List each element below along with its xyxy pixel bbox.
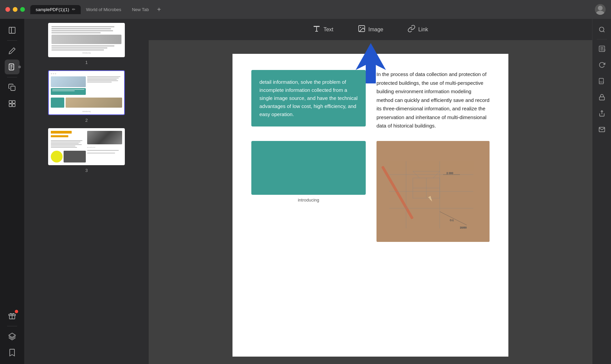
- tab-microbes[interactable]: World of Microbes: [81, 5, 127, 14]
- svg-rect-50: [599, 97, 604, 100]
- pdf-page: detail information, solve the problem of…: [232, 54, 508, 357]
- text-button[interactable]: Text: [306, 22, 340, 37]
- tab-pdf-label: samplePDF(1)(1): [36, 7, 69, 12]
- gift-badge: [15, 310, 18, 313]
- sidebar-item-book[interactable]: [5, 23, 20, 38]
- thumbnail-frame-2[interactable]: introducing: [48, 70, 125, 115]
- main-layout: introducing 1: [0, 19, 611, 364]
- edit-icon[interactable]: ✏: [72, 7, 75, 12]
- svg-rect-9: [11, 86, 15, 90]
- sidebar-item-pen[interactable]: [5, 43, 20, 58]
- page-top-section: detail information, solve the problem of…: [251, 70, 490, 130]
- thumb-subtitle: [51, 135, 68, 137]
- thumbnail-item-1: introducing 1: [48, 23, 125, 65]
- svg-text:20/30: 20/30: [460, 226, 467, 229]
- thumb-line: [51, 30, 113, 31]
- thumbnail-item-2: introducing 2: [48, 70, 125, 123]
- thumb-text-line: [87, 79, 117, 80]
- rt-lock-button[interactable]: [595, 90, 609, 104]
- thumb-circle: [51, 151, 63, 162]
- rt-refresh-button[interactable]: [595, 58, 609, 72]
- teal-bottom-box: [251, 141, 366, 195]
- rt-pdf-a-button[interactable]: PDF/A: [595, 74, 609, 88]
- thumb-line: [51, 147, 77, 148]
- svg-rect-10: [9, 101, 12, 103]
- svg-rect-11: [12, 101, 15, 103]
- thumb-line: [87, 153, 115, 153]
- maximize-button[interactable]: [20, 7, 25, 12]
- text-icon: [313, 25, 321, 34]
- svg-text:2 000: 2 000: [446, 172, 454, 175]
- thumb-dot: [53, 73, 54, 74]
- title-bar: samplePDF(1)(1) ✏ World of Microbes New …: [0, 0, 611, 19]
- svg-rect-12: [9, 104, 12, 107]
- thumb-line: [87, 150, 119, 151]
- thumb-teal-text: [52, 90, 75, 91]
- svg-text:C-1: C-1: [450, 219, 454, 221]
- svg-point-1: [596, 11, 604, 15]
- sidebar-item-grid[interactable]: [5, 96, 20, 111]
- thumb-line: [51, 142, 80, 142]
- thumbnail-frame-3[interactable]: geometry text: [48, 128, 125, 165]
- svg-line-42: [603, 31, 604, 32]
- info-text-content: In the process of data collection and pr…: [376, 70, 490, 130]
- sidebar: [0, 19, 24, 364]
- avatar[interactable]: [595, 4, 606, 15]
- thumb-line: [51, 140, 82, 141]
- page-bottom-section: introducing: [251, 141, 490, 242]
- thumb-line: [51, 45, 114, 46]
- link-button-label: Link: [418, 27, 428, 33]
- thumb-image: [51, 35, 121, 44]
- thumb-line: [51, 28, 111, 29]
- thumbnail-label-1: 1: [85, 60, 87, 65]
- blueprint-svg: 2 000 C-1 20/30: [376, 141, 490, 242]
- right-toolbar: OCR PDF/A: [592, 19, 611, 364]
- sidebar-item-pages[interactable]: [5, 60, 20, 74]
- thumbnail-frame-1[interactable]: introducing: [48, 23, 125, 57]
- thumb-line: [51, 143, 79, 144]
- thumb-arch-sq: [64, 151, 86, 162]
- svg-marker-23: [356, 43, 386, 83]
- tab-bar: samplePDF(1)(1) ✏ World of Microbes New …: [30, 5, 595, 14]
- rt-search-button[interactable]: [595, 23, 609, 36]
- image-icon: [358, 25, 366, 34]
- thumb-teal: [51, 88, 86, 95]
- rt-share-button[interactable]: [595, 107, 609, 120]
- thumb-wave: [87, 131, 122, 144]
- rt-mail-button[interactable]: [595, 123, 609, 136]
- sidebar-item-copy[interactable]: [5, 80, 20, 95]
- introducing-label: introducing: [298, 197, 319, 203]
- thumb-text-line: [87, 78, 119, 78]
- thumbnail-label-3: 3: [85, 168, 87, 173]
- pdf-content: detail information, solve the problem of…: [149, 40, 592, 364]
- text-button-label: Text: [323, 27, 333, 33]
- sidebar-item-bookmark[interactable]: [5, 345, 20, 360]
- thumb-text-line: [87, 76, 120, 77]
- sidebar-item-layers[interactable]: [5, 329, 20, 344]
- tab-new[interactable]: New Tab: [127, 5, 154, 14]
- thumb-title: [51, 131, 72, 134]
- thumb-text-block: [87, 76, 122, 82]
- sidebar-item-gift[interactable]: [5, 308, 20, 323]
- new-tab-button[interactable]: +: [154, 5, 164, 14]
- thumb-line: [51, 26, 114, 27]
- svg-text:PDF/A: PDF/A: [599, 81, 604, 83]
- thumbnail-panel: introducing 1: [24, 19, 149, 364]
- arch-image-box: 2 000 C-1 20/30: [376, 141, 490, 242]
- content-area: Text Image: [149, 19, 592, 364]
- tab-pdf[interactable]: samplePDF(1)(1) ✏: [30, 5, 81, 14]
- svg-point-0: [598, 6, 603, 10]
- image-button[interactable]: Image: [351, 22, 390, 37]
- thumb-line: [51, 144, 82, 145]
- image-button-label: Image: [368, 27, 383, 33]
- thumb-teal-sq: [51, 98, 64, 108]
- close-button[interactable]: [5, 7, 10, 12]
- minimize-button[interactable]: [13, 7, 17, 12]
- thumb-dot: [55, 73, 56, 74]
- link-button[interactable]: Link: [401, 22, 435, 37]
- sidebar-active-dot: [18, 66, 21, 68]
- rt-ocr-button[interactable]: OCR: [595, 42, 609, 56]
- thumbnail-label-2: 2: [85, 118, 87, 123]
- thumb-line: [51, 146, 75, 146]
- tab-microbes-label: World of Microbes: [86, 7, 121, 12]
